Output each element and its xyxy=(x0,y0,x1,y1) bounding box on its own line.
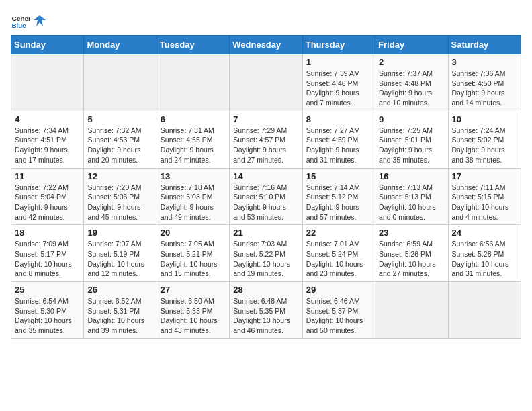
day-number: 23 xyxy=(379,228,444,238)
calendar-cell: 10Sunrise: 7:24 AM Sunset: 5:02 PM Dayli… xyxy=(448,111,521,168)
day-number: 24 xyxy=(452,228,517,238)
calendar-table: SundayMondayTuesdayWednesdayThursdayFrid… xyxy=(11,35,521,339)
day-info: Sunrise: 7:39 AM Sunset: 4:46 PM Dayligh… xyxy=(306,68,371,108)
calendar-week-row: 18Sunrise: 7:09 AM Sunset: 5:17 PM Dayli… xyxy=(11,225,521,282)
day-number: 28 xyxy=(233,285,298,295)
day-number: 5 xyxy=(87,114,152,124)
calendar-cell: 17Sunrise: 7:11 AM Sunset: 5:15 PM Dayli… xyxy=(448,168,521,225)
day-number: 20 xyxy=(161,228,226,238)
calendar-cell: 15Sunrise: 7:14 AM Sunset: 5:12 PM Dayli… xyxy=(302,168,375,225)
day-info: Sunrise: 6:56 AM Sunset: 5:28 PM Dayligh… xyxy=(452,239,517,279)
weekday-header: Wednesday xyxy=(230,36,302,54)
day-number: 11 xyxy=(15,171,80,181)
calendar-cell: 13Sunrise: 7:18 AM Sunset: 5:08 PM Dayli… xyxy=(157,168,229,225)
logo: General Blue xyxy=(11,11,46,30)
day-number: 10 xyxy=(452,114,517,124)
calendar-cell: 8Sunrise: 7:27 AM Sunset: 4:59 PM Daylig… xyxy=(302,111,375,168)
day-info: Sunrise: 7:18 AM Sunset: 5:08 PM Dayligh… xyxy=(161,183,226,222)
calendar-cell: 1Sunrise: 7:39 AM Sunset: 4:46 PM Daylig… xyxy=(302,54,375,111)
calendar-cell: 14Sunrise: 7:16 AM Sunset: 5:10 PM Dayli… xyxy=(230,168,302,225)
day-info: Sunrise: 7:16 AM Sunset: 5:10 PM Dayligh… xyxy=(233,183,298,222)
day-number: 27 xyxy=(161,285,226,295)
day-number: 3 xyxy=(452,57,517,67)
calendar-body: 1Sunrise: 7:39 AM Sunset: 4:46 PM Daylig… xyxy=(11,54,521,339)
day-info: Sunrise: 7:31 AM Sunset: 4:55 PM Dayligh… xyxy=(161,126,226,165)
calendar-cell: 28Sunrise: 6:48 AM Sunset: 5:35 PM Dayli… xyxy=(230,282,302,339)
calendar-cell xyxy=(230,54,302,111)
calendar-cell: 21Sunrise: 7:03 AM Sunset: 5:22 PM Dayli… xyxy=(230,225,302,282)
calendar-cell: 11Sunrise: 7:22 AM Sunset: 5:04 PM Dayli… xyxy=(11,168,84,225)
day-number: 21 xyxy=(233,228,298,238)
calendar-cell: 24Sunrise: 6:56 AM Sunset: 5:28 PM Dayli… xyxy=(448,225,521,282)
calendar-cell: 25Sunrise: 6:54 AM Sunset: 5:30 PM Dayli… xyxy=(11,282,84,339)
day-number: 4 xyxy=(15,114,80,124)
day-number: 18 xyxy=(15,228,80,238)
day-info: Sunrise: 7:07 AM Sunset: 5:19 PM Dayligh… xyxy=(87,239,152,279)
calendar-week-row: 1Sunrise: 7:39 AM Sunset: 4:46 PM Daylig… xyxy=(11,54,521,111)
calendar-cell: 16Sunrise: 7:13 AM Sunset: 5:13 PM Dayli… xyxy=(375,168,448,225)
svg-text:Blue: Blue xyxy=(11,21,26,29)
day-info: Sunrise: 7:36 AM Sunset: 4:50 PM Dayligh… xyxy=(452,68,517,108)
calendar-cell: 22Sunrise: 7:01 AM Sunset: 5:24 PM Dayli… xyxy=(302,225,375,282)
day-info: Sunrise: 7:37 AM Sunset: 4:48 PM Dayligh… xyxy=(379,68,444,108)
calendar-cell: 7Sunrise: 7:29 AM Sunset: 4:57 PM Daylig… xyxy=(230,111,302,168)
day-number: 15 xyxy=(306,171,371,181)
day-number: 8 xyxy=(306,114,371,124)
day-info: Sunrise: 7:01 AM Sunset: 5:24 PM Dayligh… xyxy=(306,239,371,279)
day-number: 16 xyxy=(379,171,444,181)
day-number: 13 xyxy=(161,171,226,181)
day-info: Sunrise: 7:24 AM Sunset: 5:02 PM Dayligh… xyxy=(452,126,517,165)
svg-marker-4 xyxy=(34,15,46,26)
weekday-header: Sunday xyxy=(11,36,84,54)
day-number: 6 xyxy=(161,114,226,124)
calendar-cell: 6Sunrise: 7:31 AM Sunset: 4:55 PM Daylig… xyxy=(157,111,229,168)
day-info: Sunrise: 7:09 AM Sunset: 5:17 PM Dayligh… xyxy=(15,239,80,279)
day-number: 19 xyxy=(87,228,152,238)
day-info: Sunrise: 6:59 AM Sunset: 5:26 PM Dayligh… xyxy=(379,239,444,279)
calendar-cell xyxy=(157,54,229,111)
day-info: Sunrise: 7:05 AM Sunset: 5:21 PM Dayligh… xyxy=(161,239,226,279)
calendar-cell xyxy=(84,54,157,111)
day-info: Sunrise: 6:48 AM Sunset: 5:35 PM Dayligh… xyxy=(233,296,298,336)
day-number: 17 xyxy=(452,171,517,181)
day-info: Sunrise: 7:25 AM Sunset: 5:01 PM Dayligh… xyxy=(379,126,444,165)
day-info: Sunrise: 6:52 AM Sunset: 5:31 PM Dayligh… xyxy=(87,296,152,336)
day-info: Sunrise: 7:14 AM Sunset: 5:12 PM Dayligh… xyxy=(306,183,371,222)
day-number: 7 xyxy=(233,114,298,124)
day-info: Sunrise: 7:13 AM Sunset: 5:13 PM Dayligh… xyxy=(379,183,444,222)
day-info: Sunrise: 6:54 AM Sunset: 5:30 PM Dayligh… xyxy=(15,296,80,336)
calendar-cell: 3Sunrise: 7:36 AM Sunset: 4:50 PM Daylig… xyxy=(448,54,521,111)
calendar-cell: 19Sunrise: 7:07 AM Sunset: 5:19 PM Dayli… xyxy=(84,225,157,282)
calendar-week-row: 4Sunrise: 7:34 AM Sunset: 4:51 PM Daylig… xyxy=(11,111,521,168)
day-info: Sunrise: 7:22 AM Sunset: 5:04 PM Dayligh… xyxy=(15,183,80,222)
calendar-cell xyxy=(448,282,521,339)
calendar-cell: 27Sunrise: 6:50 AM Sunset: 5:33 PM Dayli… xyxy=(157,282,229,339)
day-info: Sunrise: 6:46 AM Sunset: 5:37 PM Dayligh… xyxy=(306,296,371,336)
calendar-cell: 20Sunrise: 7:05 AM Sunset: 5:21 PM Dayli… xyxy=(157,225,229,282)
calendar-week-row: 25Sunrise: 6:54 AM Sunset: 5:30 PM Dayli… xyxy=(11,282,521,339)
day-number: 29 xyxy=(306,285,371,295)
day-number: 14 xyxy=(233,171,298,181)
calendar-cell: 5Sunrise: 7:32 AM Sunset: 4:53 PM Daylig… xyxy=(84,111,157,168)
calendar-cell: 2Sunrise: 7:37 AM Sunset: 4:48 PM Daylig… xyxy=(375,54,448,111)
weekday-header: Friday xyxy=(375,36,448,54)
day-number: 22 xyxy=(306,228,371,238)
calendar-cell: 23Sunrise: 6:59 AM Sunset: 5:26 PM Dayli… xyxy=(375,225,448,282)
calendar-cell: 9Sunrise: 7:25 AM Sunset: 5:01 PM Daylig… xyxy=(375,111,448,168)
day-number: 2 xyxy=(379,57,444,67)
calendar-cell: 12Sunrise: 7:20 AM Sunset: 5:06 PM Dayli… xyxy=(84,168,157,225)
calendar-cell xyxy=(375,282,448,339)
day-number: 25 xyxy=(15,285,80,295)
calendar-cell xyxy=(11,54,84,111)
day-number: 12 xyxy=(87,171,152,181)
logo-icon: General Blue xyxy=(11,11,30,30)
day-info: Sunrise: 7:20 AM Sunset: 5:06 PM Dayligh… xyxy=(87,183,152,222)
day-info: Sunrise: 6:50 AM Sunset: 5:33 PM Dayligh… xyxy=(161,296,226,336)
calendar-cell: 4Sunrise: 7:34 AM Sunset: 4:51 PM Daylig… xyxy=(11,111,84,168)
calendar-header-row: SundayMondayTuesdayWednesdayThursdayFrid… xyxy=(11,36,521,54)
weekday-header: Thursday xyxy=(302,36,375,54)
day-number: 1 xyxy=(306,57,371,67)
calendar-week-row: 11Sunrise: 7:22 AM Sunset: 5:04 PM Dayli… xyxy=(11,168,521,225)
day-number: 26 xyxy=(87,285,152,295)
day-info: Sunrise: 7:11 AM Sunset: 5:15 PM Dayligh… xyxy=(452,183,517,222)
